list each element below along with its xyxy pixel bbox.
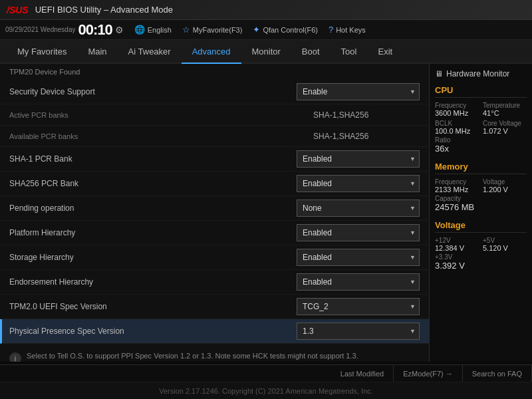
- active-pcr-banks-label: Active PCR banks: [9, 111, 313, 119]
- security-device-support-label: Security Device Support: [9, 87, 297, 96]
- sha1-pcr-bank-label: SHA-1 PCR Bank: [9, 154, 297, 164]
- voltage-section: Voltage +12V 12.384 V +5V 5.120 V +3.3V …: [435, 220, 527, 271]
- security-device-support-select[interactable]: Enable Disable: [297, 83, 420, 100]
- hardware-monitor-title: 🖥 Hardware Monitor: [435, 69, 527, 78]
- left-panel: TPM20 Device Found Security Device Suppo…: [0, 64, 429, 362]
- sha1-pcr-bank-row[interactable]: SHA-1 PCR Bank Enabled Disabled: [0, 147, 429, 172]
- right-panel: 🖥 Hardware Monitor CPU Frequency 3600 MH…: [429, 64, 532, 362]
- volt-33v-item: +3.3V 3.392 V: [435, 253, 527, 271]
- endorsement-hierarchy-dropdown[interactable]: Enabled Disabled: [297, 273, 420, 291]
- info-bar: 09/29/2021 Wednesday 00:10 ⚙ 🌐 English ☆…: [0, 20, 532, 40]
- help-text: Select to Tell O.S. to support PPI Spec …: [27, 352, 358, 360]
- copyright-text: Version 2.17.1246. Copyright (C) 2021 Am…: [159, 387, 373, 395]
- memory-grid: Frequency 2133 MHz Voltage 1.200 V: [435, 178, 527, 194]
- language-selector[interactable]: 🌐 English: [134, 25, 172, 35]
- title-bar: /SUS UEFI BIOS Utility – Advanced Mode: [0, 0, 532, 20]
- fan-icon: ✦: [253, 25, 260, 35]
- cpu-grid: Frequency 3600 MHz Temperature 41°C BCLK…: [435, 102, 527, 135]
- time-display: 00:10: [78, 21, 112, 39]
- security-device-support-dropdown[interactable]: Enable Disable: [297, 83, 420, 100]
- security-device-support-row[interactable]: Security Device Support Enable Disable: [0, 80, 429, 104]
- memory-section-title: Memory: [435, 162, 527, 174]
- storage-hierarchy-label: Storage Hierarchy: [9, 253, 297, 262]
- tpm20-uefi-spec-select[interactable]: TCG_2 TCG_1_2: [297, 298, 420, 315]
- section-header: TPM20 Device Found: [0, 64, 429, 80]
- voltage-grid: +12V 12.384 V +5V 5.120 V: [435, 237, 527, 252]
- endorsement-hierarchy-row[interactable]: Endorsement Hierarchy Enabled Disabled: [0, 270, 429, 295]
- pending-operation-row[interactable]: Pending operation None TPM Clear: [0, 196, 429, 221]
- nav-advanced[interactable]: Advanced: [182, 40, 241, 64]
- nav-monitor[interactable]: Monitor: [241, 40, 291, 64]
- nav-boot[interactable]: Boot: [291, 40, 331, 64]
- asus-logo: /SUS: [7, 5, 29, 15]
- mem-capacity-item: Capacity 24576 MB: [435, 195, 527, 212]
- storage-hierarchy-dropdown[interactable]: Enabled Disabled: [297, 249, 420, 266]
- star-icon: ☆: [182, 25, 190, 35]
- physical-presence-spec-dropdown[interactable]: 1.3 1.2: [297, 323, 420, 340]
- physical-presence-spec-select[interactable]: 1.3 1.2: [297, 323, 420, 340]
- date-label: 09/29/2021 Wednesday: [5, 26, 75, 34]
- hotkeys-label: Hot Keys: [336, 26, 366, 34]
- ezmode-button[interactable]: EzMode(F7) →: [394, 365, 463, 382]
- nav-main[interactable]: Main: [77, 40, 117, 64]
- sha256-pcr-bank-dropdown[interactable]: Enabled Disabled: [297, 175, 420, 192]
- platform-hierarchy-dropdown[interactable]: Enabled Disabled: [297, 224, 420, 241]
- platform-hierarchy-row[interactable]: Platform Hierarchy Enabled Disabled: [0, 221, 429, 245]
- volt-5v-item: +5V 5.120 V: [483, 237, 527, 252]
- hotkeys-button[interactable]: ? Hot Keys: [329, 25, 366, 35]
- physical-presence-spec-label: Physical Presence Spec Version: [9, 327, 297, 336]
- nav-ai-tweaker[interactable]: Ai Tweaker: [118, 40, 182, 64]
- settings-icon[interactable]: ⚙: [115, 25, 124, 35]
- monitor-icon: 🖥: [435, 69, 443, 78]
- key-icon: ?: [329, 25, 333, 35]
- main-content: TPM20 Device Found Security Device Suppo…: [0, 64, 532, 362]
- memory-section: Memory Frequency 2133 MHz Voltage 1.200 …: [435, 162, 527, 212]
- cpu-ratio-item: Ratio 36x: [435, 136, 527, 154]
- available-pcr-banks-row: Available PCR banks SHA-1,SHA256: [0, 126, 429, 147]
- cpu-section: CPU Frequency 3600 MHz Temperature 41°C …: [435, 85, 527, 154]
- window-title: UEFI BIOS Utility – Advanced Mode: [35, 5, 173, 15]
- sha256-pcr-bank-label: SHA256 PCR Bank: [9, 179, 297, 188]
- endorsement-hierarchy-select[interactable]: Enabled Disabled: [297, 273, 420, 291]
- language-label: English: [148, 26, 172, 34]
- voltage-section-title: Voltage: [435, 220, 527, 233]
- sha1-pcr-bank-select[interactable]: Enabled Disabled: [297, 150, 420, 168]
- bottom-help-area: i Select to Tell O.S. to support PPI Spe…: [0, 346, 429, 362]
- last-modified-button[interactable]: Last Modified: [331, 365, 394, 382]
- sha1-pcr-bank-dropdown[interactable]: Enabled Disabled: [297, 150, 420, 168]
- qfan-button[interactable]: ✦ Qfan Control(F6): [253, 25, 318, 35]
- tpm20-uefi-spec-label: TPM2.0 UEFI Spec Version: [9, 302, 297, 311]
- nav-tool[interactable]: Tool: [331, 40, 368, 64]
- storage-hierarchy-row[interactable]: Storage Hierarchy Enabled Disabled: [0, 245, 429, 270]
- tpm20-uefi-spec-dropdown[interactable]: TCG_2 TCG_1_2: [297, 298, 420, 315]
- platform-hierarchy-select[interactable]: Enabled Disabled: [297, 224, 420, 241]
- copyright-bar: Version 2.17.1246. Copyright (C) 2021 Am…: [0, 382, 532, 399]
- sha256-pcr-bank-select[interactable]: Enabled Disabled: [297, 175, 420, 192]
- cpu-bclk-label: BCLK 100.0 MHz: [435, 120, 479, 135]
- available-pcr-banks-label: Available PCR banks: [9, 132, 313, 140]
- cpu-temp-label: Temperature 41°C: [483, 102, 527, 117]
- pending-operation-dropdown[interactable]: None TPM Clear: [297, 200, 420, 217]
- status-bar: Last Modified EzMode(F7) → Search on FAQ: [0, 364, 532, 382]
- endorsement-hierarchy-label: Endorsement Hierarchy: [9, 277, 297, 287]
- cpu-section-title: CPU: [435, 85, 527, 98]
- available-pcr-banks-value: SHA-1,SHA256: [313, 132, 420, 141]
- sha256-pcr-bank-row[interactable]: SHA256 PCR Bank Enabled Disabled: [0, 172, 429, 196]
- nav-my-favorites[interactable]: My Favorites: [7, 40, 77, 64]
- active-pcr-banks-value: SHA-1,SHA256: [313, 110, 420, 120]
- search-faq-button[interactable]: Search on FAQ: [463, 365, 532, 382]
- globe-icon: 🌐: [134, 25, 145, 35]
- storage-hierarchy-select[interactable]: Enabled Disabled: [297, 249, 420, 266]
- platform-hierarchy-label: Platform Hierarchy: [9, 228, 297, 237]
- pending-operation-select[interactable]: None TPM Clear: [297, 200, 420, 217]
- myfavorite-button[interactable]: ☆ MyFavorite(F3): [182, 25, 243, 35]
- pending-operation-label: Pending operation: [9, 203, 297, 213]
- cpu-core-voltage-label: Core Voltage 1.072 V: [483, 120, 527, 135]
- nav-bar: My Favorites Main Ai Tweaker Advanced Mo…: [0, 40, 532, 64]
- tpm20-uefi-spec-row[interactable]: TPM2.0 UEFI Spec Version TCG_2 TCG_1_2: [0, 295, 429, 319]
- volt-12v-item: +12V 12.384 V: [435, 237, 479, 252]
- nav-exit[interactable]: Exit: [367, 40, 403, 64]
- qfan-label: Qfan Control(F6): [263, 26, 318, 34]
- physical-presence-spec-row[interactable]: Physical Presence Spec Version 1.3 1.2: [0, 319, 429, 344]
- cpu-freq-label: Frequency 3600 MHz: [435, 102, 479, 117]
